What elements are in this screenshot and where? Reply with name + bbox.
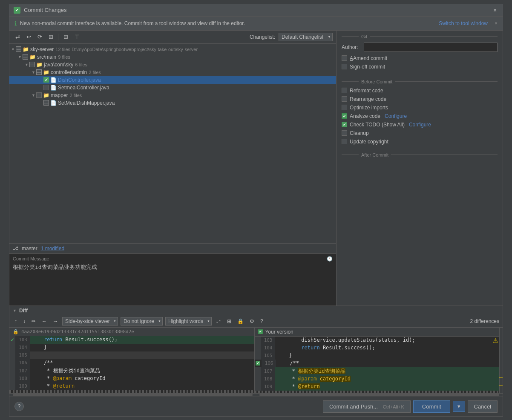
viewer-dropdown[interactable]: Side-by-side viewer <box>62 317 118 326</box>
toolbar-arrow-btn[interactable]: ⇄ <box>13 32 22 42</box>
amend-commit-checkbox[interactable] <box>342 55 347 61</box>
tree-arrow: ▼ <box>18 55 22 59</box>
banner-close-button[interactable]: × <box>495 20 498 26</box>
tree-checkbox[interactable]: — <box>16 46 21 52</box>
sign-off-row: Sign-off commit <box>342 64 498 70</box>
viewer-dropdown-wrapper[interactable]: Side-by-side viewer <box>62 317 118 326</box>
diff-down-btn[interactable]: ↓ <box>21 317 27 325</box>
branch-name: master <box>22 246 37 251</box>
diff-lock-btn[interactable]: 🔒 <box>236 317 245 325</box>
diff-expand-arrow: ▼ <box>13 309 17 313</box>
highlight-dropdown-wrapper[interactable]: Highlight words <box>165 317 212 326</box>
line-checkbox[interactable]: ✔ <box>256 361 260 366</box>
check-todo-label: Check TODO (Show All) <box>350 122 405 128</box>
list-item[interactable]: ▼ — 📁 sky-server 12 files D:\myAppDate\s… <box>9 46 336 53</box>
diff-sync-btn[interactable]: ⇌ <box>214 317 223 326</box>
check-todo-checkbox[interactable]: ✔ <box>342 122 347 127</box>
tree-item-label: controller\admin <box>51 69 87 75</box>
commit-message-input[interactable]: 根据分类id查询菜品业务功能完成 <box>13 263 333 302</box>
java-file-icon: 📄 <box>50 77 57 83</box>
file-tree[interactable]: ▼ — 📁 sky-server 12 files D:\myAppDate\s… <box>9 44 336 243</box>
ignore-dropdown-wrapper[interactable]: Do not ignore <box>121 317 163 326</box>
tree-checkbox[interactable]: ✔ <box>43 77 49 83</box>
diff-side-by-side-btn[interactable]: ⊞ <box>225 317 233 325</box>
reformat-code-checkbox[interactable] <box>342 88 347 93</box>
update-copyright-label: Update copyright <box>350 139 388 145</box>
diff-horizontal-scrollbar-right[interactable] <box>259 394 499 396</box>
list-item[interactable]: ▼ — 📁 java\com\sky 6 files <box>9 61 336 69</box>
diff-prev-btn[interactable]: ← <box>40 317 49 325</box>
close-button[interactable]: × <box>492 7 498 14</box>
diff-line-row: ✔ 106 /** <box>255 360 500 367</box>
tree-checkbox[interactable]: — <box>29 62 35 67</box>
line-code: } <box>30 344 254 351</box>
changelist-wrapper[interactable]: Default Changelist <box>279 33 333 41</box>
tree-checkbox[interactable]: — <box>43 100 49 106</box>
squiggle-bar <box>9 390 254 393</box>
left-panel: ⇄ ↩ ⟳ ⊞ ⊟ ⊤ Changelist: Default Changeli… <box>9 31 337 306</box>
switch-to-tool-link[interactable]: Switch to tool window <box>439 20 488 26</box>
scroll-indicator-cell: — <box>500 366 503 374</box>
toolbar-expand-btn[interactable]: ⊟ <box>61 32 70 42</box>
optimize-imports-checkbox[interactable] <box>342 105 347 110</box>
analyze-configure-link[interactable]: Configure <box>385 113 407 119</box>
modified-badge[interactable]: 1 modified <box>41 246 64 251</box>
diff-expand-header[interactable]: ▼ Diff <box>9 306 503 315</box>
diff-next-btn[interactable]: → <box>51 317 60 325</box>
list-item[interactable]: ▼ — 📁 controller\admin 2 files <box>9 69 336 76</box>
line-number: 106 <box>262 360 276 367</box>
toolbar-collapse-btn[interactable]: ⊤ <box>72 32 81 42</box>
line-indicator <box>9 351 15 359</box>
list-item[interactable]: 📄 SetmealController.java <box>9 84 336 91</box>
your-version-label: Your version <box>265 329 293 335</box>
ignore-dropdown[interactable]: Do not ignore <box>121 317 163 326</box>
recent-messages-btn[interactable]: 🕐 <box>327 256 333 262</box>
scroll-indicator-cell <box>500 335 503 343</box>
tree-item-meta: 9 files <box>58 54 70 60</box>
update-copyright-checkbox[interactable] <box>342 139 347 144</box>
tree-checkbox[interactable]: — <box>23 54 28 60</box>
tree-item-label: src\main <box>37 54 56 60</box>
cleanup-label: Cleanup <box>350 130 369 136</box>
file-toolbar: ⇄ ↩ ⟳ ⊞ ⊟ ⊤ Changelist: Default Changeli… <box>9 31 336 44</box>
after-commit-section: After Commit <box>342 152 498 161</box>
tree-item-label: mapper <box>51 92 68 98</box>
tree-checkbox[interactable] <box>36 92 42 98</box>
tree-checkbox[interactable]: — <box>36 69 42 75</box>
commit-button[interactable]: Commit <box>413 400 450 413</box>
commit-dropdown-arrow[interactable]: ▼ <box>453 401 465 412</box>
list-item[interactable]: ▼ 📁 mapper 2 files <box>9 91 336 99</box>
help-button[interactable]: ? <box>14 402 24 411</box>
list-item[interactable]: — 📄 SetMealDishMapper.java <box>9 99 336 107</box>
info-icon: ℹ <box>14 20 17 27</box>
diff-edit-btn[interactable]: ✏ <box>30 317 37 325</box>
author-input[interactable] <box>364 43 498 52</box>
toolbar-refresh-btn[interactable]: ⟳ <box>35 32 44 42</box>
list-item[interactable]: ▼ — 📁 src\main 9 files <box>9 53 336 61</box>
diff-line-row: 109 * @return <box>9 383 254 390</box>
changelist-select[interactable]: Default Changelist <box>279 33 333 41</box>
list-item[interactable]: ✔ 📄 DishController.java <box>9 76 336 84</box>
diff-horizontal-scrollbar[interactable] <box>13 394 253 396</box>
rearrange-code-checkbox[interactable] <box>342 96 347 102</box>
highlight-dropdown[interactable]: Highlight words <box>165 317 212 326</box>
reformat-code-label: Reformat code <box>350 88 383 94</box>
diff-up-btn[interactable]: ↑ <box>13 317 19 325</box>
line-added-indicator: ✔ <box>9 336 15 344</box>
toolbar-group-btn[interactable]: ⊞ <box>46 32 55 42</box>
check-configure-link[interactable]: Configure <box>409 122 431 128</box>
diff-line-row: 105 } <box>255 352 500 360</box>
cleanup-checkbox[interactable] <box>342 130 347 136</box>
line-number: 107 <box>15 367 30 375</box>
tree-checkbox[interactable] <box>43 85 49 90</box>
commit-and-push-button[interactable]: Commit and Push... Ctrl+Alt+K <box>323 400 411 413</box>
cancel-button[interactable]: Cancel <box>468 400 498 413</box>
your-version-checkbox[interactable]: ✔ <box>258 329 263 334</box>
commit-dialog: ✔ Commit Changes × ℹ New non-modal commi… <box>9 4 503 417</box>
sign-off-checkbox[interactable] <box>342 64 347 69</box>
analyze-code-checkbox[interactable]: ✔ <box>342 113 347 119</box>
diff-settings-btn[interactable]: ⚙ <box>248 317 256 325</box>
toolbar-undo-btn[interactable]: ↩ <box>24 32 33 42</box>
diff-help-btn[interactable]: ? <box>259 317 265 325</box>
line-code: /** <box>276 360 500 367</box>
